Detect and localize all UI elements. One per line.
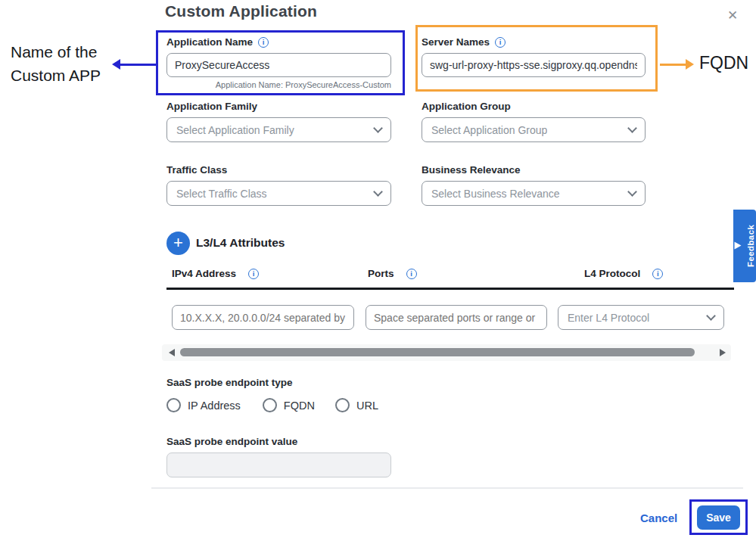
saas-probe-value-label: SaaS probe endpoint value (166, 436, 297, 447)
annotation-left: Name of the Custom APP (11, 40, 101, 87)
application-family-label: Application Family (166, 101, 257, 112)
l3l4-attributes-title: L3/L4 Attributes (196, 236, 285, 250)
feedback-tab[interactable]: Feedback (733, 210, 756, 282)
add-l3l4-attribute-button[interactable]: + (166, 232, 190, 255)
arrow-left-line (120, 64, 156, 66)
l4-protocol-select[interactable]: Enter L4 Protocol (558, 305, 724, 330)
scroll-right-icon[interactable] (720, 349, 726, 356)
info-icon[interactable]: i (495, 37, 506, 48)
ports-header-text: Ports (368, 268, 394, 279)
radio-ip-address[interactable] (166, 398, 181, 412)
arrow-right-icon (686, 59, 694, 70)
ipv4-header-text: IPv4 Address (172, 268, 236, 279)
cancel-button[interactable]: Cancel (640, 512, 677, 524)
annotation-fqdn: FQDN (699, 53, 748, 73)
saas-probe-type-label: SaaS probe endpoint type (166, 377, 293, 388)
server-names-input[interactable] (422, 53, 646, 77)
column-header-ipv4: IPv4 Address i (172, 268, 259, 279)
plus-icon: + (173, 235, 183, 251)
server-names-label: Server Names i (422, 36, 506, 48)
application-group-placeholder: Select Application Group (431, 124, 547, 136)
application-name-label: Application Name i (166, 36, 269, 48)
save-button[interactable]: Save (697, 505, 740, 530)
annotation-left-line1: Name of the (11, 40, 101, 64)
traffic-class-label: Traffic Class (166, 164, 227, 176)
application-family-placeholder: Select Application Family (176, 124, 294, 136)
arrow-right-line (660, 64, 687, 66)
column-header-ports: Ports i (368, 268, 417, 279)
annotation-left-line2: Custom APP (11, 64, 101, 87)
info-icon[interactable]: i (258, 37, 269, 48)
application-name-label-text: Application Name (166, 36, 253, 48)
application-name-helper: Application Name: ProxySecureAccess-Cust… (166, 80, 391, 89)
chevron-down-icon (373, 187, 383, 197)
application-group-select[interactable]: Select Application Group (422, 117, 646, 142)
radio-ip-address-label: IP Address (188, 400, 241, 412)
scrollbar-thumb[interactable] (180, 348, 695, 356)
l4-protocol-header-text: L4 Protocol (584, 268, 640, 279)
radio-fqdn-label: FQDN (284, 400, 315, 412)
chevron-down-icon (627, 123, 637, 133)
application-group-label: Application Group (422, 101, 511, 112)
radio-url-label: URL (356, 400, 378, 412)
radio-url[interactable] (335, 398, 350, 412)
l4-protocol-placeholder: Enter L4 Protocol (568, 312, 649, 324)
application-family-select[interactable]: Select Application Family (166, 117, 391, 142)
send-icon (735, 242, 742, 250)
chevron-down-icon (627, 187, 637, 197)
saas-probe-type-options: IP Address FQDN URL (166, 398, 378, 412)
business-relevance-label: Business Relevance (422, 164, 521, 176)
chevron-down-icon (706, 311, 716, 321)
scroll-left-icon[interactable] (169, 349, 175, 356)
server-names-label-text: Server Names (422, 36, 490, 48)
ipv4-address-input[interactable] (172, 305, 354, 330)
business-relevance-select[interactable]: Select Business Relevance (422, 181, 646, 206)
traffic-class-placeholder: Select Traffic Class (176, 188, 267, 200)
business-relevance-placeholder: Select Business Relevance (431, 188, 560, 200)
ports-input[interactable] (366, 305, 547, 330)
feedback-tab-label: Feedback (746, 225, 755, 267)
custom-application-dialog: Custom Application ✕ Name of the Custom … (0, 0, 756, 538)
close-icon[interactable]: ✕ (724, 5, 741, 26)
column-header-l4-protocol: L4 Protocol i (584, 268, 663, 279)
traffic-class-select[interactable]: Select Traffic Class (166, 181, 391, 206)
table-header-divider (166, 288, 734, 290)
info-icon[interactable]: i (652, 269, 663, 279)
footer-divider (151, 487, 743, 489)
info-icon[interactable]: i (248, 269, 259, 279)
saas-probe-value-input[interactable] (166, 452, 391, 477)
application-name-input[interactable] (166, 53, 391, 77)
page-title: Custom Application (165, 2, 317, 20)
radio-fqdn[interactable] (263, 398, 277, 412)
chevron-down-icon (373, 123, 383, 133)
info-icon[interactable]: i (406, 269, 417, 279)
